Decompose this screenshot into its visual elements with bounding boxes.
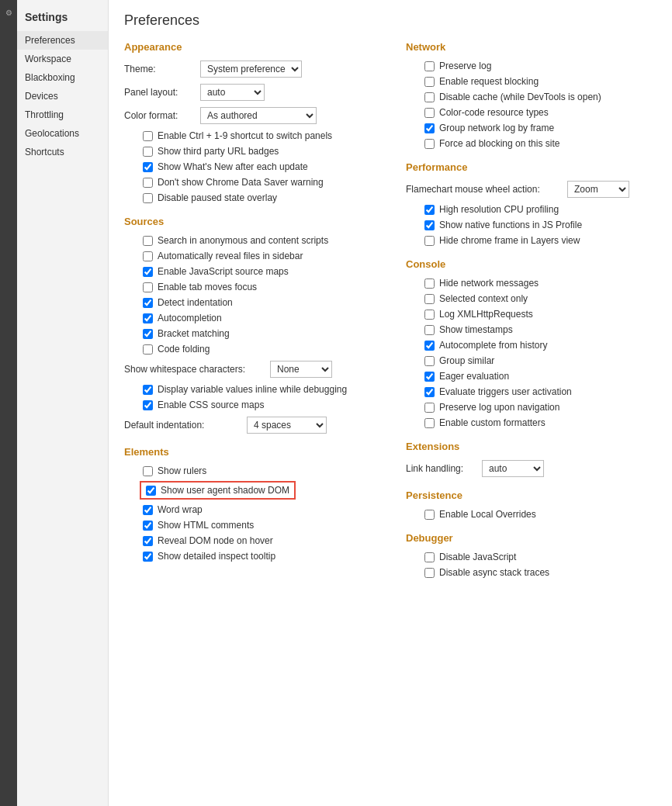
sidebar: Settings Preferences Workspace Blackboxi… [17, 0, 109, 806]
anon-scripts-checkbox[interactable] [143, 236, 153, 246]
inspect-tooltip-checkbox[interactable] [143, 552, 153, 562]
css-source-maps-checkbox[interactable] [143, 400, 153, 410]
show-rulers-label: Show rulers [158, 465, 206, 476]
sidebar-item-throttling[interactable]: Throttling [17, 106, 108, 124]
checkbox-word-wrap: Word wrap [140, 504, 375, 515]
log-xmlhttp-label: Log XMLHttpRequests [439, 309, 533, 320]
ctrl-switch-label: Enable Ctrl + 1-9 shortcut to switch pan… [158, 130, 332, 141]
indent-select[interactable]: 2 spaces 4 spaces 8 spaces Tab character [247, 417, 327, 434]
data-saver-checkbox[interactable] [143, 178, 153, 188]
eager-eval-checkbox[interactable] [424, 372, 435, 382]
highlighted-shadow-dom-row: Show user agent shadow DOM [140, 481, 296, 500]
local-overrides-checkbox[interactable] [424, 510, 435, 520]
bracket-matching-checkbox[interactable] [143, 329, 153, 339]
js-source-maps-checkbox[interactable] [143, 267, 153, 277]
group-log-checkbox[interactable] [424, 123, 435, 133]
preserve-log-label: Preserve log [439, 61, 491, 71]
sidebar-title: Settings [17, 5, 108, 31]
checkbox-native-functions: Show native functions in JS Profile [421, 220, 656, 230]
whats-new-checkbox[interactable] [143, 162, 153, 172]
sources-checkboxes-2: Display variable values inline while deb… [124, 384, 375, 410]
sidebar-item-geolocations[interactable]: Geolocations [17, 124, 108, 143]
autocompletion-checkbox[interactable] [143, 313, 153, 323]
sidebar-item-workspace[interactable]: Workspace [17, 50, 108, 68]
hide-chrome-frame-checkbox[interactable] [424, 236, 435, 246]
color-format-select[interactable]: As authored HEX RGB HSL [200, 107, 317, 124]
checkbox-reveal-dom: Reveal DOM node on hover [140, 535, 375, 546]
request-blocking-checkbox[interactable] [424, 77, 435, 87]
link-handling-select[interactable]: auto Manual [482, 460, 544, 477]
code-folding-checkbox[interactable] [143, 344, 153, 355]
checkbox-autocomplete-history: Autocomplete from history [421, 340, 656, 351]
elements-checkboxes: Show rulers Show user agent shadow DOM W… [124, 465, 375, 562]
panel-layout-select[interactable]: auto horizontal vertical [200, 84, 265, 101]
checkbox-high-res-cpu: High resolution CPU profiling [421, 204, 656, 215]
custom-formatters-checkbox[interactable] [424, 418, 435, 428]
custom-formatters-label: Enable custom formatters [439, 417, 546, 428]
force-ad-blocking-checkbox[interactable] [424, 139, 435, 149]
autocomplete-history-checkbox[interactable] [424, 341, 435, 351]
performance-header: Performance [406, 161, 656, 173]
html-comments-checkbox[interactable] [143, 521, 153, 531]
disable-cache-checkbox[interactable] [424, 92, 435, 102]
sidebar-item-devices[interactable]: Devices [17, 87, 108, 106]
console-header: Console [406, 258, 656, 270]
color-code-checkbox[interactable] [424, 108, 435, 118]
tab-focus-label: Enable tab moves focus [158, 282, 257, 292]
word-wrap-checkbox[interactable] [143, 505, 153, 515]
code-folding-label: Code folding [158, 344, 210, 355]
whitespace-select[interactable]: None All Trailing [270, 361, 332, 378]
shadow-dom-label: Show user agent shadow DOM [161, 485, 289, 496]
hide-network-checkbox[interactable] [424, 278, 435, 289]
autocompletion-label: Autocompletion [158, 313, 222, 323]
native-functions-checkbox[interactable] [424, 220, 435, 230]
sidebar-item-preferences[interactable]: Preferences [17, 31, 108, 50]
shadow-dom-checkbox[interactable] [146, 486, 156, 496]
debugger-header: Debugger [406, 532, 656, 544]
evaluate-triggers-label: Evaluate triggers user activation [439, 386, 572, 397]
checkbox-css-source-maps: Enable CSS source maps [140, 400, 375, 410]
disable-async-stack-checkbox[interactable] [424, 568, 435, 578]
checkbox-color-code: Color-code resource types [421, 107, 656, 118]
css-source-maps-label: Enable CSS source maps [158, 400, 264, 410]
tab-focus-checkbox[interactable] [143, 282, 153, 292]
show-rulers-checkbox[interactable] [143, 466, 153, 476]
disable-js-checkbox[interactable] [424, 552, 435, 562]
data-saver-label: Don't show Chrome Data Saver warning [158, 177, 324, 188]
link-handling-row: Link handling: auto Manual [406, 460, 656, 477]
high-res-cpu-checkbox[interactable] [424, 205, 435, 215]
word-wrap-label: Word wrap [158, 504, 203, 515]
indent-row: Default indentation: 2 spaces 4 spaces 8… [124, 417, 375, 434]
reveal-files-label: Automatically reveal files in sidebar [158, 251, 303, 261]
inline-values-checkbox[interactable] [143, 385, 153, 395]
left-column: Appearance Theme: System preference Ligh… [124, 41, 375, 794]
timestamps-checkbox[interactable] [424, 325, 435, 335]
html-comments-label: Show HTML comments [158, 520, 254, 531]
reveal-files-checkbox[interactable] [143, 251, 153, 261]
reveal-dom-checkbox[interactable] [143, 536, 153, 546]
theme-select[interactable]: System preference Light Dark [200, 61, 302, 78]
flamechart-row: Flamechart mouse wheel action: Zoom Scro… [406, 181, 656, 198]
right-column: Network Preserve log Enable request bloc… [406, 41, 656, 794]
checkbox-code-folding: Code folding [140, 344, 375, 355]
log-xmlhttp-checkbox[interactable] [424, 310, 435, 320]
paused-overlay-checkbox[interactable] [143, 193, 153, 203]
selected-context-checkbox[interactable] [424, 294, 435, 304]
evaluate-triggers-checkbox[interactable] [424, 387, 435, 397]
force-ad-blocking-label: Force ad blocking on this site [439, 138, 559, 149]
flamechart-select[interactable]: Zoom Scroll [567, 181, 629, 198]
whitespace-label: Show whitespace characters: [124, 364, 264, 375]
sidebar-item-blackboxing[interactable]: Blackboxing [17, 68, 108, 87]
checkbox-hide-chrome-frame: Hide chrome frame in Layers view [421, 235, 656, 246]
checkbox-custom-formatters: Enable custom formatters [421, 417, 656, 428]
third-party-badges-checkbox[interactable] [143, 147, 153, 157]
preserve-log-checkbox[interactable] [424, 61, 435, 71]
ctrl-switch-checkbox[interactable] [143, 131, 153, 141]
group-similar-checkbox[interactable] [424, 356, 435, 366]
detect-indent-checkbox[interactable] [143, 298, 153, 308]
sidebar-item-shortcuts[interactable]: Shortcuts [17, 143, 108, 161]
third-party-badges-label: Show third party URL badges [158, 146, 279, 157]
preserve-log-nav-checkbox[interactable] [424, 403, 435, 413]
extensions-header: Extensions [406, 441, 656, 452]
high-res-cpu-label: High resolution CPU profiling [439, 204, 559, 215]
